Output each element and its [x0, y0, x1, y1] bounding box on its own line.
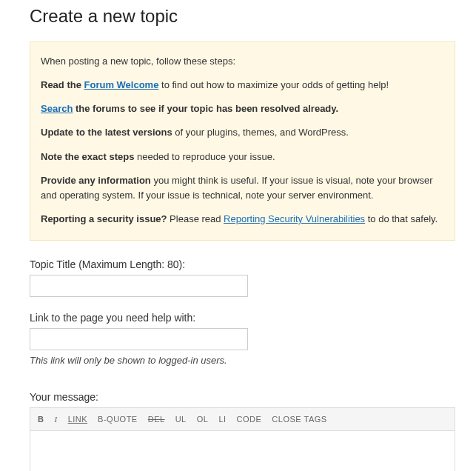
- italic-button[interactable]: I: [54, 413, 57, 425]
- bquote-button[interactable]: B-QUOTE: [98, 413, 138, 425]
- help-link-label: Link to the page you need help with:: [30, 312, 455, 324]
- page-heading: Create a new topic: [30, 6, 455, 27]
- notice-provide: Provide any information you might think …: [41, 173, 444, 203]
- code-button[interactable]: CODE: [237, 413, 262, 425]
- notice-box: When posting a new topic, follow these s…: [30, 41, 455, 241]
- help-link-input[interactable]: [30, 328, 248, 350]
- message-section: Your message: B I LINK B-QUOTE DEL UL OL…: [30, 391, 455, 471]
- notice-note: Note the exact steps needed to reproduce…: [41, 150, 444, 164]
- help-link-row: Link to the page you need help with: Thi…: [30, 312, 455, 366]
- editor-toolbar: B I LINK B-QUOTE DEL UL OL LI CODE CLOSE…: [30, 407, 455, 430]
- message-label: Your message:: [30, 391, 455, 403]
- notice-search: Search the forums to see if your topic h…: [41, 101, 444, 116]
- help-link-hint: This link will only be shown to logged-i…: [30, 355, 455, 366]
- li-button[interactable]: LI: [218, 413, 226, 425]
- topic-title-label: Topic Title (Maximum Length: 80):: [30, 258, 455, 270]
- del-button[interactable]: DEL: [148, 413, 165, 425]
- ul-button[interactable]: UL: [175, 413, 187, 425]
- notice-update: Update to the latest versions of your pl…: [41, 125, 444, 140]
- close-tags-button[interactable]: CLOSE TAGS: [272, 413, 326, 425]
- topic-title-input[interactable]: [30, 275, 248, 297]
- topic-title-row: Topic Title (Maximum Length: 80):: [30, 258, 455, 297]
- bold-button[interactable]: B: [38, 413, 44, 425]
- notice-read: Read the Forum Welcome to find out how t…: [41, 78, 444, 93]
- ol-button[interactable]: OL: [197, 413, 209, 425]
- search-link[interactable]: Search: [41, 103, 73, 114]
- notice-report: Reporting a security issue? Please read …: [41, 212, 444, 227]
- notice-intro: When posting a new topic, follow these s…: [41, 54, 444, 69]
- message-textarea[interactable]: [30, 430, 455, 471]
- link-button[interactable]: LINK: [68, 413, 87, 425]
- report-vulnerabilities-link[interactable]: Reporting Security Vulnerabilities: [224, 213, 365, 224]
- forum-welcome-link[interactable]: Forum Welcome: [84, 79, 159, 90]
